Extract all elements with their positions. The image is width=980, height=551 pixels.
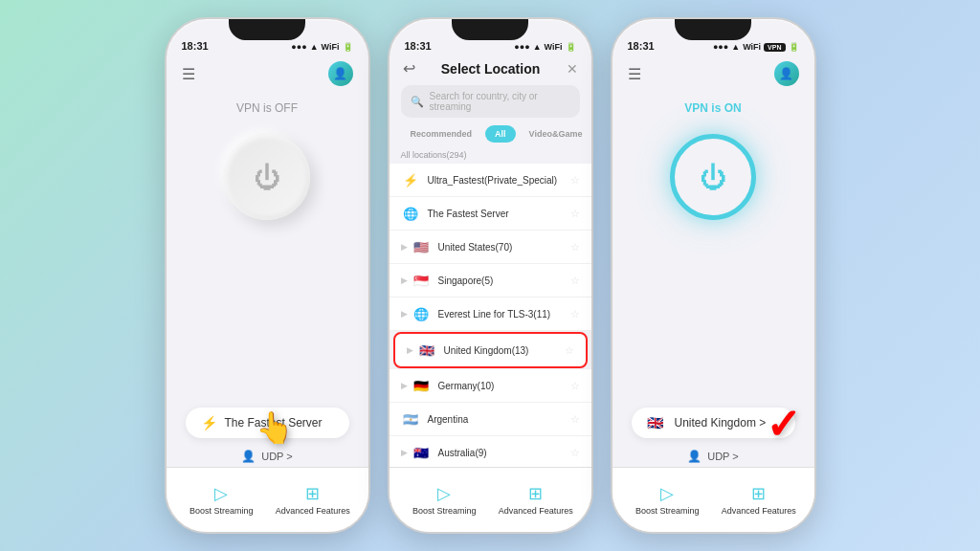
tab-boost-1[interactable]: ▷ Boost Streaming <box>176 483 268 516</box>
tab-recommended[interactable]: Recommended <box>401 125 482 143</box>
protocol-3[interactable]: 👤 UDP > <box>687 446 739 467</box>
menu-icon-1[interactable]: ☰ <box>182 65 195 83</box>
loc-name-1: The Fastest Server <box>428 209 570 219</box>
chevron-2: ▶ <box>401 242 408 252</box>
search-icon: 🔍 <box>411 96 424 108</box>
search-bar[interactable]: 🔍 Search for country, city or streaming <box>401 85 580 118</box>
phone-1-content: ☰ 👤 VPN is OFF ⏻ ⚡ The Fastest Server 👤 … <box>167 55 368 532</box>
flag-3: 🇸🇬 <box>412 271 431 290</box>
features-icon-1: ⊞ <box>305 483 320 504</box>
power-btn-1[interactable]: ⏻ <box>224 134 310 220</box>
flag-7: 🇦🇷 <box>401 409 420 429</box>
status-icons-3: ●●● ▲ WiFi VPN 🔋 <box>713 42 799 52</box>
chevron-8: ▶ <box>401 448 408 457</box>
location-item-7[interactable]: 🇦🇷 Argentina ☆ <box>390 403 591 436</box>
tab-all[interactable]: All <box>485 125 516 143</box>
time-2: 18:31 <box>405 40 432 52</box>
loc-name-5: United Kingdom(13) <box>444 345 565 356</box>
loc-name-4: Everest Line for TLS-3(11) <box>438 309 570 320</box>
vpn-status-3: VPN is ON <box>684 101 741 115</box>
flag-6: 🇩🇪 <box>412 376 431 395</box>
tab-boost-2[interactable]: ▷ Boost Streaming <box>399 483 491 516</box>
location-item-6[interactable]: ▶ 🇩🇪 Germany(10) ☆ <box>390 369 591 403</box>
vpn-status-1: VPN is OFF <box>236 101 298 115</box>
status-icons-2: ●●● ▲ WiFi 🔋 <box>514 42 575 52</box>
boost-label-1: Boost Streaming <box>189 506 254 516</box>
avatar-1[interactable]: 👤 <box>328 61 353 86</box>
tab-bar-1: ▷ Boost Streaming ⊞ Advanced Features <box>167 467 368 532</box>
cursor-annotation: 👆 <box>256 409 294 446</box>
chevron-3: ▶ <box>401 276 408 285</box>
protocol-icon-1: 👤 <box>241 450 256 463</box>
location-item-3[interactable]: ▶ 🇸🇬 Singapore(5) ☆ <box>390 264 591 298</box>
loc-name-8: Australia(9) <box>438 448 570 458</box>
avatar-3[interactable]: 👤 <box>774 61 799 86</box>
power-ring-on-3[interactable]: ⏻ <box>670 134 756 220</box>
menu-icon-3[interactable]: ☰ <box>628 65 641 83</box>
status-icons-1: ●●● ▲ WiFi 🔋 <box>291 42 352 52</box>
star-4[interactable]: ☆ <box>570 308 580 320</box>
tab-features-3[interactable]: ⊞ Advanced Features <box>713 483 805 516</box>
boost-label-2: Boost Streaming <box>412 506 477 516</box>
features-label-2: Advanced Features <box>499 506 573 516</box>
list-header: ↩ Select Location ✕ <box>390 55 591 85</box>
time-1: 18:31 <box>182 40 209 52</box>
filter-tabs: Recommended All Video&Game <box>401 125 580 143</box>
flag-2: 🇺🇸 <box>412 237 431 256</box>
checkmark-annotation: ✓ <box>766 404 801 446</box>
features-label-3: Advanced Features <box>722 506 796 516</box>
phone-2: 18:31 ●●● ▲ WiFi 🔋 ↩ Select Location ✕ 🔍… <box>388 17 593 534</box>
notch-3 <box>675 19 751 40</box>
notch-1 <box>229 19 305 40</box>
bolt-icon-1: ⚡ <box>201 415 217 430</box>
tab-features-1[interactable]: ⊞ Advanced Features <box>267 483 359 516</box>
tab-video-game[interactable]: Video&Game <box>520 125 591 143</box>
protocol-text-1: UDP > <box>261 451 293 462</box>
screen2: ↩ Select Location ✕ 🔍 Search for country… <box>390 55 591 467</box>
tab-boost-3[interactable]: ▷ Boost Streaming <box>622 483 714 516</box>
nav-bar-1: ☰ 👤 <box>167 55 368 92</box>
location-item-0[interactable]: ⚡ Ultra_Fastest(Private_Special) ☆ <box>390 164 591 197</box>
boost-icon-3: ▷ <box>660 483 674 504</box>
location-item-4[interactable]: ▶ 🌐 Everest Line for TLS-3(11) ☆ <box>390 298 591 331</box>
location-item-8[interactable]: ▶ 🇦🇺 Australia(9) ☆ <box>390 436 591 467</box>
location-name-3: United Kingdom > <box>675 416 767 430</box>
close-icon[interactable]: ✕ <box>567 61 578 77</box>
star-5[interactable]: ☆ <box>565 344 574 357</box>
flag-0: ⚡ <box>401 170 420 189</box>
star-0[interactable]: ☆ <box>570 174 580 187</box>
star-2[interactable]: ☆ <box>570 241 580 253</box>
loc-name-6: Germany(10) <box>438 381 570 391</box>
features-label-1: Advanced Features <box>276 506 350 516</box>
protocol-1[interactable]: 👤 UDP > <box>241 446 293 467</box>
power-icon-3: ⏻ <box>700 162 726 193</box>
tab-features-2[interactable]: ⊞ Advanced Features <box>490 483 582 516</box>
features-icon-3: ⊞ <box>751 483 766 504</box>
chevron-5: ▶ <box>407 345 413 355</box>
loc-name-3: Singapore(5) <box>438 276 570 286</box>
location-item-1[interactable]: 🌐 The Fastest Server ☆ <box>390 197 591 231</box>
flag-8: 🇦🇺 <box>412 443 431 462</box>
phone-3-content: ☰ 👤 VPN is ON ⏻ 🇬🇧 United Kingdom > 👤 UD… <box>612 55 814 532</box>
back-icon[interactable]: ↩ <box>403 59 415 77</box>
star-8[interactable]: ☆ <box>570 447 580 459</box>
phone-3: 18:31 ●●● ▲ WiFi VPN 🔋 ☰ 👤 VPN is ON ⏻ 🇬… <box>611 17 816 534</box>
protocol-text-3: UDP > <box>707 451 739 462</box>
power-btn-3[interactable]: ⏻ <box>670 134 756 220</box>
notch-2 <box>452 19 528 40</box>
star-3[interactable]: ☆ <box>570 275 580 287</box>
star-1[interactable]: ☆ <box>570 208 580 220</box>
star-6[interactable]: ☆ <box>570 380 580 392</box>
loc-name-2: United States(70) <box>438 242 570 253</box>
location-item-5[interactable]: ▶ 🇬🇧 United Kingdom(13) ☆ ➤ <box>393 332 588 368</box>
boost-icon-2: ▷ <box>437 483 451 504</box>
location-item-2[interactable]: ▶ 🇺🇸 United States(70) ☆ <box>390 231 591 264</box>
loc-name-0: Ultra_Fastest(Private_Special) <box>428 175 570 186</box>
star-7[interactable]: ☆ <box>570 413 580 426</box>
flag-5: 🇬🇧 <box>417 341 436 360</box>
phone-1: 18:31 ●●● ▲ WiFi 🔋 ☰ 👤 VPN is OFF ⏻ ⚡ Th… <box>165 17 370 534</box>
flag-4: 🌐 <box>412 304 431 323</box>
loc-name-7: Argentina <box>428 414 570 425</box>
power-ring-1[interactable]: ⏻ <box>224 134 310 220</box>
features-icon-2: ⊞ <box>528 483 543 504</box>
